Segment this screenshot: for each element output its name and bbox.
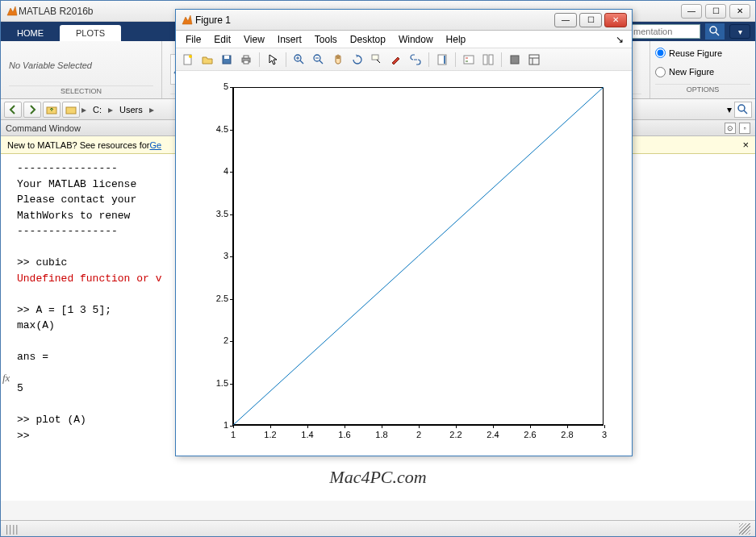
tab-home[interactable]: HOME	[1, 25, 60, 41]
figure-toolbar	[176, 48, 632, 71]
svg-rect-28	[489, 55, 493, 65]
doc-search-input[interactable]	[628, 24, 700, 39]
tab-plots[interactable]: PLOTS	[60, 25, 121, 41]
insert-icon	[482, 53, 495, 66]
getting-started-link[interactable]: Ge	[149, 140, 161, 150]
xtick-label: 1.8	[375, 430, 387, 439]
ytick-label: 4	[206, 166, 228, 176]
svg-line-18	[320, 60, 323, 64]
fx-gutter-icon[interactable]: fx	[2, 370, 10, 386]
matlab-logo-icon	[6, 5, 19, 18]
menu-window[interactable]: Window	[392, 32, 440, 47]
banner-close-button[interactable]: ×	[742, 139, 749, 151]
insert-legend-button[interactable]	[479, 51, 497, 69]
zoom-out-button[interactable]	[310, 51, 328, 69]
svg-rect-20	[372, 55, 378, 60]
menu-file[interactable]: File	[179, 32, 207, 47]
xtick-label: 1.4	[301, 430, 313, 439]
menu-view[interactable]: View	[237, 32, 271, 47]
figure-close-button[interactable]: ✕	[604, 13, 627, 27]
menu-edit[interactable]: Edit	[207, 32, 237, 47]
gs-text: New to MATLAB? See resources for	[7, 140, 149, 150]
maximize-button[interactable]: ☐	[705, 4, 726, 19]
menu-desktop[interactable]: Desktop	[344, 32, 392, 47]
brush-button[interactable]	[387, 51, 405, 69]
minimize-panel-button[interactable]: ⊙	[725, 123, 736, 134]
svg-rect-29	[511, 56, 519, 64]
ytick-label: 3.5	[206, 209, 228, 219]
menu-help[interactable]: Help	[440, 32, 473, 47]
figure-menubar: File Edit View Insert Tools Desktop Wind…	[176, 31, 632, 48]
pan-button[interactable]	[329, 51, 347, 69]
resize-grip[interactable]	[739, 523, 750, 535]
xtick-label: 2.6	[524, 430, 536, 439]
path-search-button[interactable]	[734, 102, 752, 118]
rotate-icon	[351, 53, 364, 66]
figure-title-bar[interactable]: Figure 1 — ☐ ✕	[176, 10, 632, 31]
reuse-figure-radio[interactable]: Reuse Figure	[655, 48, 750, 58]
svg-line-14	[300, 60, 303, 64]
path-separator: ▸	[108, 104, 113, 115]
search-icon	[708, 25, 721, 38]
square-icon	[508, 53, 521, 66]
svg-rect-9	[224, 56, 229, 59]
show-tools-button[interactable]	[525, 51, 543, 69]
zoom-in-button[interactable]	[290, 51, 308, 69]
search-icon	[737, 103, 750, 116]
svg-rect-12	[244, 60, 249, 64]
edit-plot-button[interactable]	[264, 51, 282, 69]
search-button[interactable]	[705, 23, 725, 40]
folder-icon	[65, 103, 77, 116]
menu-insert[interactable]: Insert	[271, 32, 308, 47]
folder-open-icon	[201, 53, 214, 66]
legend-icon	[462, 53, 475, 66]
new-figure-button[interactable]	[179, 51, 197, 69]
save-icon	[220, 53, 233, 66]
legend-button[interactable]	[460, 51, 478, 69]
minimize-button[interactable]: —	[681, 4, 702, 19]
browse-folder-button[interactable]	[62, 102, 80, 118]
open-button[interactable]	[198, 51, 216, 69]
link-button[interactable]	[407, 51, 424, 69]
xtick-label: 2.2	[449, 430, 462, 439]
ribbon-dropdown-button[interactable]: ▾	[729, 24, 750, 39]
svg-line-1	[716, 32, 719, 35]
print-icon	[240, 53, 253, 66]
path-crumb-users[interactable]: Users	[115, 105, 148, 114]
matlab-logo-icon	[181, 14, 194, 27]
figure-dock-button[interactable]: ↘	[611, 34, 629, 45]
datacursor-button[interactable]	[368, 51, 386, 69]
panel-menu-button[interactable]: ▫	[739, 123, 750, 134]
ytick-label: 3	[206, 251, 228, 260]
figure-minimize-button[interactable]: —	[554, 13, 577, 27]
figure-window: Figure 1 — ☐ ✕ File Edit View Insert Too…	[175, 9, 633, 456]
section-label-selection: SELECTION	[9, 85, 153, 95]
ytick-label: 4.5	[206, 124, 228, 134]
figure-maximize-button[interactable]: ☐	[579, 13, 602, 27]
menu-tools[interactable]: Tools	[308, 32, 344, 47]
plot-line	[233, 87, 604, 425]
colorbar-button[interactable]	[433, 51, 451, 69]
xtick-label: 2.4	[487, 430, 499, 439]
figure-canvas[interactable]: 11.21.41.61.822.22.42.62.8311.522.533.54…	[176, 71, 632, 456]
status-grip-left: ||||	[6, 523, 19, 535]
forward-button[interactable]	[23, 102, 41, 118]
no-variable-text: No Variable Selected	[9, 60, 92, 70]
back-button[interactable]	[4, 102, 22, 118]
folder-up-icon	[45, 103, 58, 116]
save-button[interactable]	[218, 51, 236, 69]
close-button[interactable]: ✕	[729, 4, 750, 19]
path-dropdown[interactable]: ▾	[727, 104, 732, 115]
up-folder-button[interactable]	[43, 102, 61, 118]
ytick-label: 2	[206, 335, 228, 345]
hide-tools-button[interactable]	[506, 51, 524, 69]
new-icon	[182, 53, 194, 66]
print-button[interactable]	[237, 51, 255, 69]
arrow-left-icon	[6, 103, 19, 116]
colorbar-icon	[436, 53, 449, 66]
svg-rect-30	[529, 55, 539, 65]
rotate-button[interactable]	[349, 51, 366, 69]
path-separator: ▸	[149, 104, 154, 115]
path-crumb-c[interactable]: C:	[88, 105, 107, 114]
new-figure-radio[interactable]: New Figure	[655, 67, 750, 77]
